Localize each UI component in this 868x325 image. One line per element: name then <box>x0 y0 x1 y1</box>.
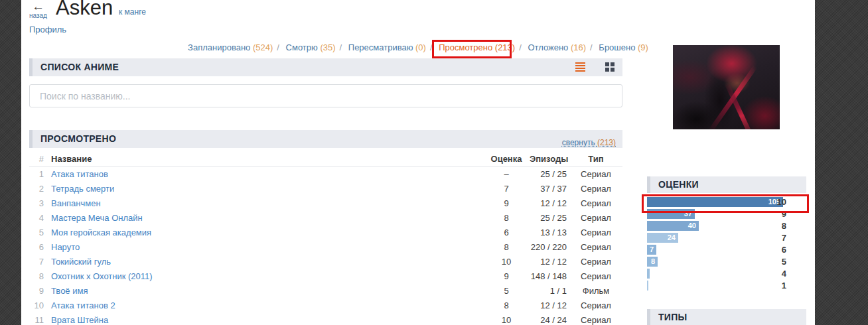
anime-title-link[interactable]: Врата Штейна <box>51 315 108 325</box>
row-episodes: 25 / 25 <box>530 167 569 182</box>
row-episodes: 12 / 12 <box>530 255 569 269</box>
anime-list-header: СПИСОК АНИМЕ <box>29 58 622 76</box>
row-type: Сериал <box>569 226 622 240</box>
left-background-texture <box>0 0 21 325</box>
row-type: Сериал <box>569 298 622 313</box>
row-score: 5 <box>483 284 530 298</box>
back-button[interactable]: ← назад <box>29 1 47 19</box>
rating-score-label: 6 <box>772 244 786 255</box>
row-score: 9 <box>483 269 530 284</box>
row-type: Сериал <box>569 211 622 226</box>
tab-rewatching[interactable]: Пересматриваю (0) <box>348 42 426 52</box>
rating-bar-value: 8 <box>651 257 655 267</box>
grid-view-icon[interactable] <box>605 62 615 72</box>
col-episodes-header: Эпизоды <box>530 151 569 167</box>
anime-title-link[interactable]: Атака титанов <box>51 169 108 179</box>
search-input[interactable] <box>29 84 622 107</box>
row-episodes: 24 / 24 <box>530 313 569 325</box>
table-row: 5Моя геройская академия613 / 13Сериал <box>29 226 622 240</box>
row-episodes: 220 / 220 <box>530 240 569 255</box>
rating-bar-row: 76 <box>647 245 806 257</box>
row-number: 7 <box>29 255 44 269</box>
row-episodes: 148 / 148 <box>530 269 569 284</box>
row-score: 8 <box>483 298 530 313</box>
completed-section-header: ПРОСМОТРЕНО свернуть (213) <box>29 130 622 148</box>
anime-title-link[interactable]: Ванпанчмен <box>51 198 101 208</box>
page: ← назад Asken к манге Профиль Запланиров… <box>0 0 868 325</box>
rating-bar-row: 1 <box>647 281 806 292</box>
back-label: назад <box>29 12 47 19</box>
page-title: Asken <box>56 0 113 20</box>
table-row: 9Твоё имя51 / 1Фильм <box>29 284 622 298</box>
tab-on-hold[interactable]: Отложено (16) <box>528 42 586 52</box>
anime-list-header-label: СПИСОК АНИМЕ <box>40 62 119 72</box>
row-episodes: 13 / 13 <box>530 226 569 240</box>
row-score: 10 <box>483 313 530 325</box>
col-num-header: # <box>29 151 44 167</box>
rating-bar <box>647 269 650 279</box>
anime-title-link[interactable]: Мастера Меча Онлайн <box>51 213 143 223</box>
row-score: 7 <box>483 182 530 196</box>
row-number: 5 <box>29 226 44 240</box>
tab-watching[interactable]: Смотрю (35) <box>286 42 336 52</box>
tab-dropped[interactable]: Брошено (9) <box>599 42 648 52</box>
row-number: 8 <box>29 269 44 284</box>
row-number: 11 <box>29 313 44 325</box>
profile-link[interactable]: Профиль <box>29 25 66 34</box>
row-type: Сериал <box>569 167 622 182</box>
row-score: 8 <box>483 211 530 226</box>
row-episodes: 1 / 1 <box>530 284 569 298</box>
col-score-header: Оценка <box>483 151 530 167</box>
tab-separator: / <box>336 42 346 52</box>
anime-title-link[interactable]: Твоё имя <box>51 286 88 296</box>
anime-title-link[interactable]: Моя геройская академия <box>51 228 151 237</box>
anime-title-link[interactable]: Тетрадь смерти <box>51 184 114 194</box>
col-type-header: Тип <box>569 151 622 167</box>
row-episodes: 12 / 12 <box>530 298 569 313</box>
col-title-header: Название <box>44 151 483 167</box>
row-score: 8 <box>483 240 530 255</box>
row-number: 9 <box>29 284 44 298</box>
table-body: 1Атака титанов–25 / 25Сериал2Тетрадь сме… <box>29 167 622 325</box>
rating-bar <box>647 281 648 291</box>
table-row: 6Наруто8220 / 220Сериал <box>29 240 622 255</box>
rating-bar: 24 <box>647 233 678 243</box>
row-number: 2 <box>29 182 44 196</box>
rating-bar-value: 7 <box>650 245 654 255</box>
table-header-row: # Название Оценка Эпизоды Тип <box>29 151 622 167</box>
back-arrow-icon: ← <box>29 1 47 12</box>
row-episodes: 12 / 12 <box>530 196 569 211</box>
row-type: Сериал <box>569 269 622 284</box>
row-episodes: 25 / 25 <box>530 211 569 226</box>
anime-title-link[interactable]: Наруто <box>51 242 80 252</box>
row-type: Сериал <box>569 196 622 211</box>
annotation-box-top-rating-bar <box>642 194 809 213</box>
rating-score-label: 1 <box>772 280 786 291</box>
rating-bar: 40 <box>647 221 699 231</box>
tab-planned[interactable]: Запланировано (524) <box>188 42 273 52</box>
table-row: 8Охотник х Охотник (2011)9148 / 148Сериа… <box>29 269 622 284</box>
tab-separator: / <box>273 42 283 52</box>
collapse-link[interactable]: свернуть (213) <box>562 134 616 152</box>
rating-bar-row: 247 <box>647 233 806 245</box>
ratings-section-header: ОЦЕНКИ <box>647 176 806 193</box>
row-episodes: 37 / 37 <box>530 182 569 196</box>
row-type: Сериал <box>569 255 622 269</box>
anime-list-panel: СПИСОК АНИМЕ ПРОСМОТРЕНО свернуть (213) … <box>29 58 622 76</box>
anime-title-link[interactable]: Охотник х Охотник (2011) <box>51 271 153 281</box>
row-type: Сериал <box>569 182 622 196</box>
table-row: 2Тетрадь смерти737 / 37Сериал <box>29 182 622 196</box>
row-score: 6 <box>483 226 530 240</box>
table-row: 4Мастера Меча Онлайн825 / 25Сериал <box>29 211 622 226</box>
anime-title-link[interactable]: Атака титанов 2 <box>51 300 115 310</box>
rating-score-label: 4 <box>772 268 786 279</box>
list-view-icon[interactable] <box>575 62 585 72</box>
right-background-texture <box>815 0 868 325</box>
to-manga-link[interactable]: к манге <box>119 7 146 17</box>
row-number: 4 <box>29 211 44 226</box>
profile-cover-art <box>673 45 780 129</box>
table-row: 3Ванпанчмен912 / 12Сериал <box>29 196 622 211</box>
table-row: 1Атака титанов–25 / 25Сериал <box>29 167 622 182</box>
row-type: Фильм <box>569 284 622 298</box>
anime-title-link[interactable]: Токийский гуль <box>51 257 111 267</box>
